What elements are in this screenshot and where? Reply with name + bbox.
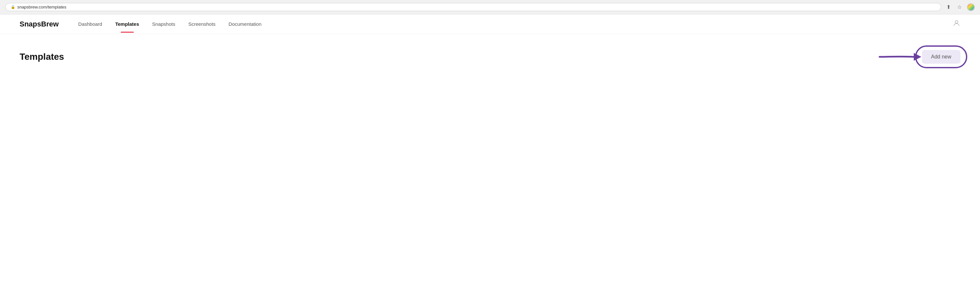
svg-point-0 [955, 21, 958, 23]
browser-actions: ⬆ ☆ [945, 3, 975, 11]
user-icon[interactable] [953, 19, 961, 29]
share-button[interactable]: ⬆ [945, 3, 952, 11]
navbar: SnapsBrew Dashboard Templates Snapshots … [0, 14, 980, 34]
nav-link-dashboard[interactable]: Dashboard [72, 15, 109, 33]
lock-icon: 🔒 [11, 5, 15, 9]
arrow-annotation [876, 47, 922, 67]
nav-link-screenshots[interactable]: Screenshots [182, 15, 222, 33]
browser-chrome: 🔒 snapsbrew.com/templates ⬆ ☆ [0, 0, 980, 14]
nav-links: Dashboard Templates Snapshots Screenshot… [72, 15, 953, 33]
url-text: snapsbrew.com/templates [17, 5, 66, 10]
bookmark-button[interactable]: ☆ [956, 3, 963, 11]
arrow-icon [876, 47, 922, 67]
nav-link-snapshots[interactable]: Snapshots [145, 15, 182, 33]
profile-icon[interactable] [967, 3, 975, 11]
nav-link-templates[interactable]: Templates [109, 15, 145, 33]
nav-link-documentation[interactable]: Documentation [222, 15, 268, 33]
page-title: Templates [19, 52, 64, 62]
svg-marker-1 [914, 53, 921, 61]
nav-logo[interactable]: SnapsBrew [19, 20, 59, 29]
add-new-area: Add new [876, 47, 961, 67]
main-content: Templates Add new [0, 34, 980, 80]
add-new-button-wrapper: Add new [922, 50, 961, 64]
address-bar[interactable]: 🔒 snapsbrew.com/templates [5, 3, 941, 11]
add-new-button[interactable]: Add new [922, 50, 961, 64]
